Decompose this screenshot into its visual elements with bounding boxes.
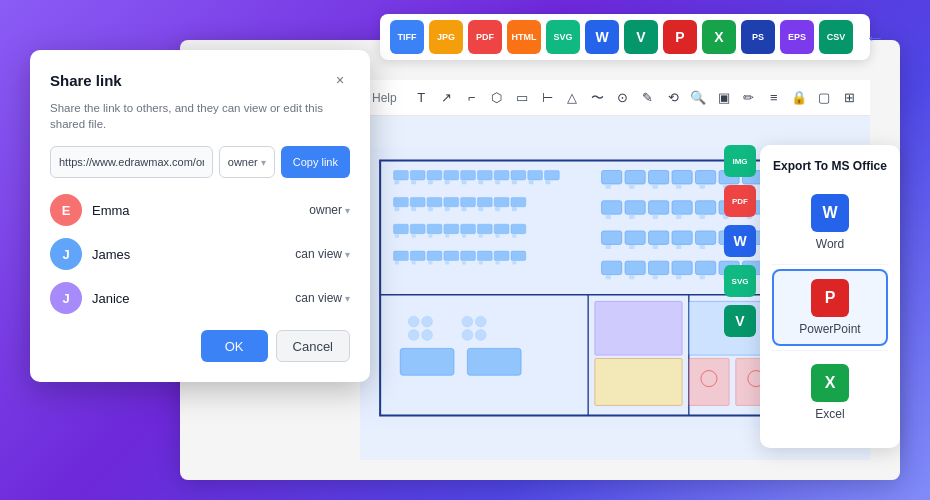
svg-rect-50 [412, 234, 416, 237]
svg-rect-89 [649, 201, 669, 214]
svg-rect-15 [395, 181, 399, 184]
tool-grid[interactable]: ⊞ [841, 88, 858, 108]
svg-rect-110 [653, 245, 658, 249]
svg-rect-69 [462, 261, 466, 264]
role-chevron-janice: ▾ [345, 293, 350, 304]
side-icon-pdf[interactable]: PDF [724, 185, 756, 217]
user-role-janice[interactable]: can view ▾ [295, 291, 350, 305]
user-role-james[interactable]: can view ▾ [295, 247, 350, 261]
svg-rect-58 [410, 251, 425, 260]
tool-zoom[interactable]: 🔍 [690, 88, 707, 108]
powerpoint-label: PowerPoint [799, 322, 860, 336]
svg-rect-139 [595, 301, 682, 355]
modal-header: Share link × [50, 70, 350, 90]
svg-rect-40 [512, 207, 516, 210]
svg-rect-26 [410, 197, 425, 206]
svg-rect-27 [427, 197, 442, 206]
svg-rect-119 [696, 261, 716, 274]
tool-select[interactable]: ▣ [715, 88, 732, 108]
svg-rect-37 [462, 207, 466, 210]
export-excel-item[interactable]: X Excel [772, 355, 888, 430]
svg-rect-126 [700, 275, 705, 279]
tool-circle[interactable]: ⊙ [614, 88, 631, 108]
arrow-indicator: ← [865, 26, 885, 49]
side-icon-visio[interactable]: V [724, 305, 756, 337]
svg-rect-47 [494, 224, 509, 233]
side-icon-svg[interactable]: SVG [724, 265, 756, 297]
svg-rect-21 [496, 181, 500, 184]
export-ps-btn[interactable]: PS [741, 20, 775, 54]
svg-rect-12 [511, 171, 526, 180]
svg-rect-46 [477, 224, 492, 233]
export-visio-btn[interactable]: V [624, 20, 658, 54]
word-icon: W [811, 194, 849, 232]
svg-rect-52 [445, 234, 449, 237]
svg-rect-44 [444, 224, 459, 233]
ok-button[interactable]: OK [201, 330, 268, 362]
tool-lines[interactable]: ≡ [765, 88, 782, 108]
export-pdf-btn[interactable]: PDF [468, 20, 502, 54]
svg-rect-116 [625, 261, 645, 274]
tool-wave[interactable]: 〜 [589, 88, 606, 108]
svg-rect-35 [428, 207, 432, 210]
export-svg-btn[interactable]: SVG [546, 20, 580, 54]
share-modal: Share link × Share the link to others, a… [30, 50, 370, 382]
svg-rect-98 [700, 215, 705, 219]
share-link-input[interactable] [50, 146, 213, 178]
svg-rect-140 [595, 358, 682, 405]
svg-point-132 [422, 330, 433, 341]
export-eps-btn[interactable]: EPS [780, 20, 814, 54]
tool-rect[interactable]: ▭ [513, 88, 530, 108]
svg-rect-20 [479, 181, 483, 184]
tool-arrow[interactable]: ↗ [438, 88, 455, 108]
export-csv-btn[interactable]: CSV [819, 20, 853, 54]
modal-close-button[interactable]: × [330, 70, 350, 90]
svg-rect-138 [467, 348, 521, 375]
tool-polygon[interactable]: ⬡ [488, 88, 505, 108]
permission-dropdown[interactable]: owner ▾ [219, 146, 275, 178]
svg-rect-115 [602, 261, 622, 274]
tool-edit[interactable]: ✏ [740, 88, 757, 108]
svg-rect-30 [477, 197, 492, 206]
svg-rect-25 [394, 197, 409, 206]
svg-rect-112 [700, 245, 705, 249]
copy-link-button[interactable]: Copy link [281, 146, 350, 178]
user-row-emma: E Emma owner ▾ [50, 194, 350, 226]
tool-undo[interactable]: ⟲ [665, 88, 682, 108]
export-word-item[interactable]: W Word [772, 185, 888, 260]
svg-rect-105 [696, 231, 716, 244]
svg-rect-38 [479, 207, 483, 210]
svg-rect-7 [427, 171, 442, 180]
tool-lock[interactable]: 🔒 [791, 88, 808, 108]
tool-pen[interactable]: ✎ [639, 88, 656, 108]
export-html-btn[interactable]: HTML [507, 20, 541, 54]
powerpoint-icon: P [811, 279, 849, 317]
user-row-janice: J Janice can view ▾ [50, 282, 350, 314]
svg-rect-36 [445, 207, 449, 210]
tool-text[interactable]: T [413, 88, 430, 108]
modal-description: Share the link to others, and they can v… [50, 100, 350, 132]
svg-rect-68 [445, 261, 449, 264]
export-powerpoint-item[interactable]: P PowerPoint [772, 269, 888, 346]
export-jpg-btn[interactable]: JPG [429, 20, 463, 54]
export-ppt-btn[interactable]: P [663, 20, 697, 54]
tool-frame[interactable]: ▢ [816, 88, 833, 108]
svg-rect-118 [672, 261, 692, 274]
svg-rect-9 [461, 171, 476, 180]
svg-rect-6 [410, 171, 425, 180]
svg-rect-95 [629, 215, 634, 219]
svg-rect-39 [496, 207, 500, 210]
divider-1 [772, 264, 888, 265]
svg-rect-8 [444, 171, 459, 180]
export-excel-btn[interactable]: X [702, 20, 736, 54]
export-panel: Export To MS Office W Word P PowerPoint … [760, 145, 900, 448]
tool-corner[interactable]: ⌐ [463, 88, 480, 108]
export-word-btn[interactable]: W [585, 20, 619, 54]
side-icon-img[interactable]: IMG [724, 145, 756, 177]
export-tiff-btn[interactable]: TIFF [390, 20, 424, 54]
user-role-emma[interactable]: owner ▾ [309, 203, 350, 217]
tool-line[interactable]: ⊢ [539, 88, 556, 108]
tool-triangle[interactable]: △ [564, 88, 581, 108]
side-icon-word[interactable]: W [724, 225, 756, 257]
cancel-button[interactable]: Cancel [276, 330, 350, 362]
